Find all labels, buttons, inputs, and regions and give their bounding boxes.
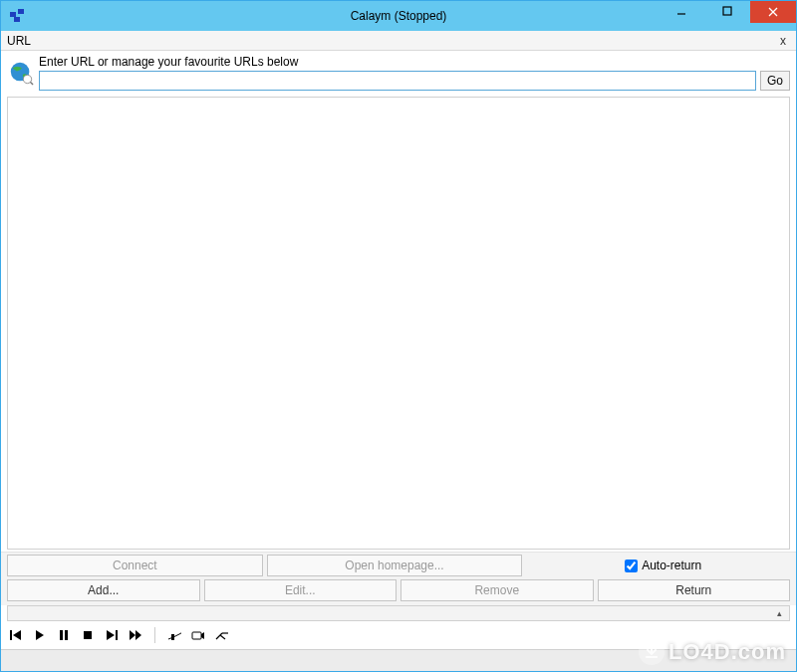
app-icon bbox=[9, 8, 25, 24]
toolbar-separator bbox=[154, 627, 155, 643]
auto-return-label: Auto-return bbox=[642, 559, 701, 572]
svg-rect-15 bbox=[84, 631, 92, 639]
add-button[interactable]: Add... bbox=[7, 579, 200, 601]
volume-icon[interactable] bbox=[167, 628, 181, 642]
svg-rect-13 bbox=[60, 630, 63, 640]
panel-header: URL x bbox=[1, 31, 796, 51]
window-controls bbox=[659, 1, 796, 31]
svg-marker-11 bbox=[13, 630, 21, 640]
url-hint: Enter URL or manage your favourite URLs … bbox=[39, 55, 790, 69]
fast-forward-icon[interactable] bbox=[129, 628, 142, 642]
maximize-button[interactable] bbox=[704, 1, 750, 21]
svg-rect-14 bbox=[65, 630, 68, 640]
panel-close-button[interactable]: x bbox=[776, 34, 790, 48]
url-row: Enter URL or manage your favourite URLs … bbox=[1, 51, 796, 95]
svg-marker-16 bbox=[107, 630, 115, 640]
stop-icon[interactable] bbox=[81, 628, 95, 642]
svg-marker-12 bbox=[36, 630, 44, 640]
auto-return-input[interactable] bbox=[625, 560, 638, 572]
globe-icon bbox=[7, 59, 35, 87]
svg-rect-4 bbox=[723, 7, 731, 15]
go-button[interactable]: Go bbox=[760, 71, 790, 91]
pause-icon[interactable] bbox=[57, 628, 71, 642]
app-window: Calaym (Stopped) URL x bbox=[0, 0, 797, 672]
svg-rect-2 bbox=[14, 17, 20, 22]
close-button[interactable] bbox=[750, 1, 796, 23]
svg-line-25 bbox=[220, 635, 225, 639]
skip-start-icon[interactable] bbox=[9, 628, 23, 642]
open-homepage-button[interactable]: Open homepage... bbox=[267, 555, 523, 576]
actions-panel: Connect Open homepage... Auto-return Add… bbox=[1, 552, 796, 605]
connect-button[interactable]: Connect bbox=[7, 555, 263, 576]
playback-toolbar bbox=[1, 621, 796, 649]
svg-marker-19 bbox=[135, 630, 141, 640]
play-icon[interactable] bbox=[33, 628, 47, 642]
svg-rect-0 bbox=[10, 12, 16, 17]
panel-title: URL bbox=[7, 34, 31, 48]
remove-button[interactable]: Remove bbox=[400, 579, 594, 601]
svg-marker-18 bbox=[130, 630, 135, 640]
record-icon[interactable] bbox=[191, 628, 205, 642]
url-list-area[interactable] bbox=[7, 97, 790, 550]
branch-icon[interactable] bbox=[215, 628, 229, 642]
minimize-button[interactable] bbox=[659, 1, 704, 21]
scroll-up-icon[interactable]: ▴ bbox=[771, 606, 787, 620]
svg-rect-20 bbox=[171, 634, 174, 640]
edit-button[interactable]: Edit... bbox=[204, 579, 398, 601]
svg-rect-21 bbox=[192, 632, 201, 639]
svg-rect-1 bbox=[18, 9, 24, 14]
skip-end-icon[interactable] bbox=[105, 628, 119, 642]
status-bar bbox=[1, 649, 796, 671]
svg-rect-17 bbox=[116, 630, 118, 640]
titlebar: Calaym (Stopped) bbox=[1, 1, 796, 31]
svg-rect-10 bbox=[10, 630, 12, 640]
auto-return-checkbox[interactable]: Auto-return bbox=[625, 559, 701, 572]
url-input[interactable] bbox=[39, 71, 756, 91]
return-button[interactable]: Return bbox=[598, 579, 791, 601]
scroll-hint-bar[interactable]: ▴ bbox=[7, 605, 790, 621]
svg-line-9 bbox=[30, 82, 33, 85]
